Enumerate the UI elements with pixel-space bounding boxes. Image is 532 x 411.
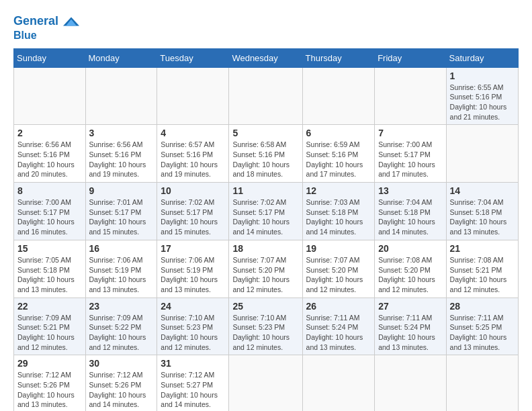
calendar-cell: 28 Sunrise: 7:11 AM Sunset: 5:25 PM Dayl… (446, 298, 518, 355)
calendar-cell: 14 Sunrise: 7:04 AM Sunset: 5:18 PM Dayl… (446, 183, 518, 240)
page-header: General Blue (13, 13, 519, 42)
calendar-cell: 27 Sunrise: 7:11 AM Sunset: 5:24 PM Dayl… (375, 298, 446, 355)
day-number: 11 (232, 185, 298, 196)
calendar-cell (375, 355, 446, 411)
logo-text: General (13, 13, 79, 30)
calendar-cell: 9 Sunrise: 7:01 AM Sunset: 5:17 PM Dayli… (85, 183, 157, 240)
calendar-cell (302, 67, 375, 125)
day-number: 7 (378, 128, 442, 138)
day-number: 19 (306, 243, 371, 254)
day-number: 22 (17, 301, 82, 312)
day-number: 30 (89, 358, 154, 369)
day-number: 24 (161, 301, 225, 312)
day-info: Sunrise: 7:05 AM Sunset: 5:18 PM Dayligh… (17, 255, 82, 295)
calendar-cell: 25 Sunrise: 7:10 AM Sunset: 5:23 PM Dayl… (229, 298, 302, 355)
day-number: 17 (161, 243, 225, 254)
calendar-cell (14, 67, 86, 125)
day-number: 20 (378, 243, 442, 254)
weekday-header: Thursday (302, 48, 375, 67)
calendar-cell: 6 Sunrise: 6:59 AM Sunset: 5:16 PM Dayli… (302, 125, 375, 183)
day-info: Sunrise: 6:56 AM Sunset: 5:16 PM Dayligh… (17, 140, 82, 179)
day-number: 12 (306, 185, 371, 196)
day-number: 2 (17, 128, 82, 138)
day-info: Sunrise: 7:07 AM Sunset: 5:20 PM Dayligh… (232, 255, 298, 295)
calendar-cell (229, 67, 302, 125)
calendar-cell: 29 Sunrise: 7:12 AM Sunset: 5:26 PM Dayl… (14, 355, 86, 411)
calendar-week-row: 22 Sunrise: 7:09 AM Sunset: 5:21 PM Dayl… (14, 298, 519, 355)
calendar-cell (302, 355, 375, 411)
weekday-header-row: SundayMondayTuesdayWednesdayThursdayFrid… (14, 48, 519, 67)
logo: General Blue (13, 13, 79, 42)
calendar-cell: 17 Sunrise: 7:06 AM Sunset: 5:19 PM Dayl… (157, 240, 229, 298)
calendar-cell: 3 Sunrise: 6:56 AM Sunset: 5:16 PM Dayli… (85, 125, 157, 183)
calendar-cell: 15 Sunrise: 7:05 AM Sunset: 5:18 PM Dayl… (14, 240, 86, 298)
calendar-week-row: 15 Sunrise: 7:05 AM Sunset: 5:18 PM Dayl… (14, 240, 519, 298)
day-info: Sunrise: 7:04 AM Sunset: 5:18 PM Dayligh… (450, 197, 515, 237)
day-number: 21 (450, 243, 515, 254)
calendar-cell: 5 Sunrise: 6:58 AM Sunset: 5:16 PM Dayli… (229, 125, 302, 183)
calendar-cell: 12 Sunrise: 7:03 AM Sunset: 5:18 PM Dayl… (302, 183, 375, 240)
day-number: 4 (161, 128, 225, 138)
day-info: Sunrise: 7:12 AM Sunset: 5:26 PM Dayligh… (89, 370, 154, 410)
calendar-cell (85, 67, 157, 125)
calendar-cell: 23 Sunrise: 7:09 AM Sunset: 5:22 PM Dayl… (85, 298, 157, 355)
day-number: 15 (17, 243, 82, 254)
calendar-cell: 10 Sunrise: 7:02 AM Sunset: 5:17 PM Dayl… (157, 183, 229, 240)
day-number: 13 (378, 185, 442, 196)
day-number: 18 (232, 243, 298, 254)
calendar-week-row: 2 Sunrise: 6:56 AM Sunset: 5:16 PM Dayli… (14, 125, 519, 183)
calendar-cell (375, 67, 446, 125)
day-info: Sunrise: 7:10 AM Sunset: 5:23 PM Dayligh… (232, 313, 298, 353)
day-number: 27 (378, 301, 442, 312)
calendar-cell: 11 Sunrise: 7:02 AM Sunset: 5:17 PM Dayl… (229, 183, 302, 240)
calendar-cell: 20 Sunrise: 7:08 AM Sunset: 5:20 PM Dayl… (375, 240, 446, 298)
day-info: Sunrise: 7:10 AM Sunset: 5:23 PM Dayligh… (161, 313, 225, 353)
weekday-header: Monday (85, 48, 157, 67)
day-number: 9 (89, 185, 154, 196)
day-number: 16 (89, 243, 154, 254)
calendar-cell: 1 Sunrise: 6:55 AM Sunset: 5:16 PM Dayli… (446, 67, 518, 125)
day-info: Sunrise: 7:08 AM Sunset: 5:21 PM Dayligh… (450, 255, 515, 295)
day-info: Sunrise: 6:59 AM Sunset: 5:16 PM Dayligh… (306, 140, 371, 179)
day-number: 31 (161, 358, 225, 369)
day-number: 3 (89, 128, 154, 138)
day-info: Sunrise: 6:56 AM Sunset: 5:16 PM Dayligh… (89, 140, 154, 179)
day-info: Sunrise: 7:02 AM Sunset: 5:17 PM Dayligh… (161, 197, 225, 237)
calendar-cell (157, 67, 229, 125)
day-info: Sunrise: 7:01 AM Sunset: 5:17 PM Dayligh… (89, 197, 154, 237)
day-info: Sunrise: 7:03 AM Sunset: 5:18 PM Dayligh… (306, 197, 371, 237)
day-info: Sunrise: 7:11 AM Sunset: 5:25 PM Dayligh… (450, 313, 515, 353)
calendar-cell: 24 Sunrise: 7:10 AM Sunset: 5:23 PM Dayl… (157, 298, 229, 355)
calendar-cell: 16 Sunrise: 7:06 AM Sunset: 5:19 PM Dayl… (85, 240, 157, 298)
day-info: Sunrise: 7:06 AM Sunset: 5:19 PM Dayligh… (89, 255, 154, 295)
calendar-cell (446, 125, 518, 183)
calendar-table: SundayMondayTuesdayWednesdayThursdayFrid… (13, 48, 519, 411)
calendar-week-row: 29 Sunrise: 7:12 AM Sunset: 5:26 PM Dayl… (14, 355, 519, 411)
calendar-cell: 8 Sunrise: 7:00 AM Sunset: 5:17 PM Dayli… (14, 183, 86, 240)
day-info: Sunrise: 7:02 AM Sunset: 5:17 PM Dayligh… (232, 197, 298, 237)
weekday-header: Wednesday (229, 48, 302, 67)
day-info: Sunrise: 7:09 AM Sunset: 5:22 PM Dayligh… (89, 313, 154, 353)
day-number: 28 (450, 301, 515, 312)
calendar-cell: 18 Sunrise: 7:07 AM Sunset: 5:20 PM Dayl… (229, 240, 302, 298)
calendar-cell: 26 Sunrise: 7:11 AM Sunset: 5:24 PM Dayl… (302, 298, 375, 355)
day-info: Sunrise: 6:57 AM Sunset: 5:16 PM Dayligh… (161, 140, 225, 179)
day-number: 6 (306, 128, 371, 138)
calendar-cell: 7 Sunrise: 7:00 AM Sunset: 5:17 PM Dayli… (375, 125, 446, 183)
calendar-week-row: 8 Sunrise: 7:00 AM Sunset: 5:17 PM Dayli… (14, 183, 519, 240)
day-number: 29 (17, 358, 82, 369)
day-number: 5 (232, 128, 298, 138)
day-info: Sunrise: 7:00 AM Sunset: 5:17 PM Dayligh… (17, 197, 82, 237)
calendar-cell: 30 Sunrise: 7:12 AM Sunset: 5:26 PM Dayl… (85, 355, 157, 411)
day-info: Sunrise: 7:11 AM Sunset: 5:24 PM Dayligh… (378, 313, 442, 353)
day-number: 25 (232, 301, 298, 312)
calendar-cell: 4 Sunrise: 6:57 AM Sunset: 5:16 PM Dayli… (157, 125, 229, 183)
day-number: 8 (17, 185, 82, 196)
weekday-header: Sunday (14, 48, 86, 67)
day-info: Sunrise: 7:09 AM Sunset: 5:21 PM Dayligh… (17, 313, 82, 353)
day-info: Sunrise: 7:06 AM Sunset: 5:19 PM Dayligh… (161, 255, 225, 295)
calendar-cell: 19 Sunrise: 7:07 AM Sunset: 5:20 PM Dayl… (302, 240, 375, 298)
day-number: 1 (450, 71, 515, 81)
day-number: 23 (89, 301, 154, 312)
day-info: Sunrise: 7:12 AM Sunset: 5:27 PM Dayligh… (161, 370, 225, 410)
